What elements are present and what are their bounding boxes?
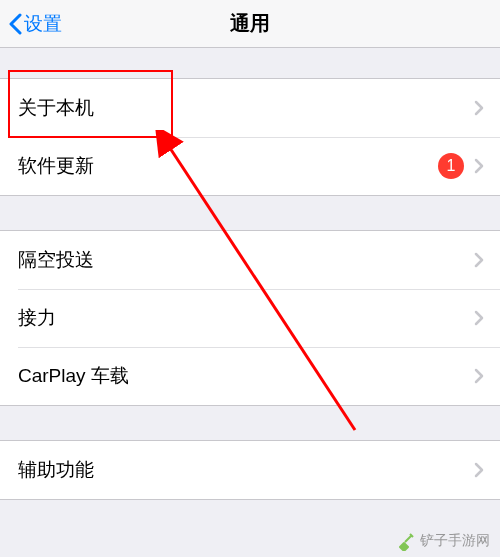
notification-badge: 1 [438,153,464,179]
cell-label: 关于本机 [18,95,474,121]
settings-group-1: 关于本机 软件更新 1 [0,78,500,196]
cell-label: 软件更新 [18,153,438,179]
cell-label: 辅助功能 [18,457,474,483]
cell-airdrop[interactable]: 隔空投送 [0,231,500,289]
shovel-icon [396,531,416,551]
cell-handoff[interactable]: 接力 [0,289,500,347]
chevron-right-icon [474,462,484,478]
chevron-right-icon [474,368,484,384]
cell-label: CarPlay 车载 [18,363,474,389]
cell-carplay[interactable]: CarPlay 车载 [0,347,500,405]
chevron-right-icon [474,158,484,174]
nav-bar: 设置 通用 [0,0,500,48]
cell-label: 接力 [18,305,474,331]
cell-about[interactable]: 关于本机 [0,79,500,137]
cell-software-update[interactable]: 软件更新 1 [0,137,500,195]
chevron-left-icon [8,13,22,35]
settings-group-3: 辅助功能 [0,440,500,500]
chevron-right-icon [474,252,484,268]
chevron-right-icon [474,100,484,116]
cell-accessibility[interactable]: 辅助功能 [0,441,500,499]
watermark: 铲子手游网 [396,531,490,551]
cell-label: 隔空投送 [18,247,474,273]
back-label: 设置 [24,11,62,37]
chevron-right-icon [474,310,484,326]
page-title: 通用 [0,10,500,37]
watermark-text: 铲子手游网 [420,532,490,550]
back-button[interactable]: 设置 [0,11,62,37]
settings-group-2: 隔空投送 接力 CarPlay 车载 [0,230,500,406]
